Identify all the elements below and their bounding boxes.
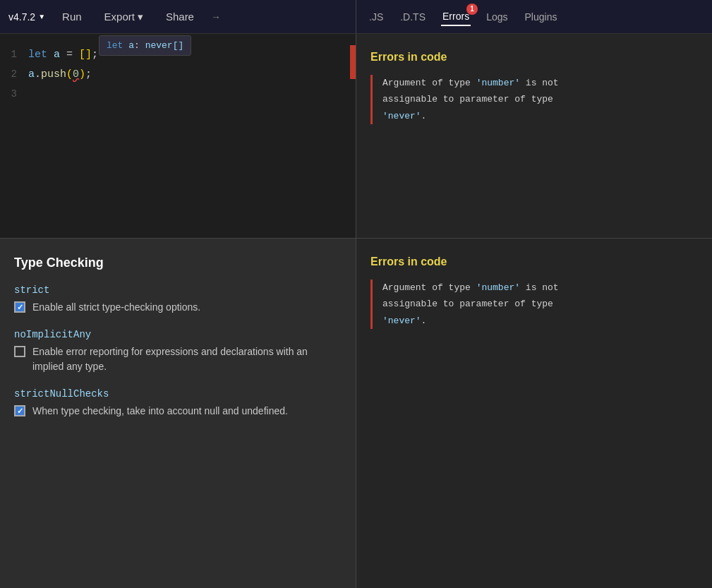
errors-badge: 1	[466, 4, 478, 15]
type-checking-panel: Type Checking strict Enable all strict t…	[0, 239, 356, 588]
option-strictnullchecks-desc: When type checking, take into account nu…	[14, 404, 342, 419]
type-checking-title: Type Checking	[14, 256, 342, 270]
strictnullchecks-description: When type checking, take into account nu…	[32, 404, 342, 419]
run-button[interactable]: Run	[56, 8, 88, 25]
strict-description: Enable all strict type-checking options.	[32, 300, 342, 315]
tab-logs[interactable]: Logs	[485, 8, 509, 25]
version-selector[interactable]: v4.7.2 ▼	[8, 11, 45, 23]
top-bar-right: .JS .D.TS Errors 1 Logs Plugins	[356, 0, 569, 33]
option-noimplicitany: noImplicitAny Enable error reporting for…	[14, 329, 342, 374]
export-button[interactable]: Export ▾	[99, 8, 149, 26]
noimplicitany-checkbox[interactable]	[14, 346, 25, 357]
strict-checkbox[interactable]	[14, 301, 25, 313]
share-button[interactable]: Share	[160, 8, 200, 25]
error-box-top: Argument of type 'number' is not assigna…	[370, 75, 698, 124]
noimplicitany-description: Enable error reporting for expressions a…	[32, 344, 342, 374]
option-strictnullchecks-name: strictNullChecks	[14, 388, 342, 400]
tab-js[interactable]: .JS	[368, 8, 385, 25]
top-bar-left: v4.7.2 ▼ Run Export ▾ Share →	[0, 0, 356, 33]
version-label: v4.7.2	[8, 11, 35, 23]
error-indicator	[350, 45, 356, 79]
tab-plugins[interactable]: Plugins	[524, 8, 559, 25]
errors-bottom-title: Errors in code	[370, 256, 698, 268]
errors-panel-bottom: Errors in code Argument of type 'number'…	[356, 239, 712, 588]
tab-errors[interactable]: Errors 1	[441, 8, 471, 26]
option-strict: strict Enable all strict type-checking o…	[14, 284, 342, 315]
navigate-arrow[interactable]: →	[211, 11, 221, 23]
errors-panel-top: Errors in code Argument of type 'number'…	[356, 34, 712, 239]
code-panel: 1 let a = []; 2 a.push(0); 3	[0, 34, 356, 239]
error-box-bottom: Argument of type 'number' is not assigna…	[370, 280, 698, 329]
code-line-2: 2 a.push(0);	[0, 65, 356, 85]
main-grid: 1 let a = []; 2 a.push(0); 3 Errors in c…	[0, 34, 712, 588]
option-noimplicitany-desc: Enable error reporting for expressions a…	[14, 344, 342, 374]
strictnullchecks-checkbox[interactable]	[14, 405, 25, 416]
option-strictnullchecks: strictNullChecks When type checking, tak…	[14, 388, 342, 419]
version-arrow: ▼	[38, 13, 45, 20]
option-strict-desc: Enable all strict type-checking options.	[14, 300, 342, 315]
errors-top-title: Errors in code	[370, 51, 698, 64]
option-strict-name: strict	[14, 284, 342, 296]
top-bar: v4.7.2 ▼ Run Export ▾ Share → .JS .D.TS …	[0, 0, 712, 34]
code-line-3: 3	[0, 85, 356, 104]
tooltip-keyword: let	[107, 40, 123, 51]
option-noimplicitany-name: noImplicitAny	[14, 329, 342, 340]
tab-dts[interactable]: .D.TS	[399, 8, 427, 25]
type-tooltip: let a: never[]	[99, 35, 191, 56]
